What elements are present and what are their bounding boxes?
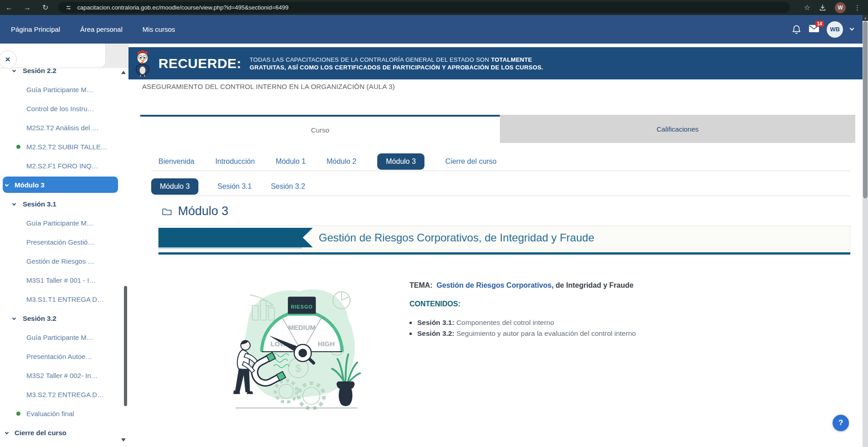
reminder-line1-bold: TOTALMENTE: [491, 56, 532, 63]
user-menu-chevron-icon[interactable]: [850, 26, 854, 31]
tema-label: TEMA:: [409, 281, 433, 289]
tab-modulo-2[interactable]: Módulo 2: [326, 157, 356, 166]
sidebar-item[interactable]: M3.S2.T2 ENTREGA D…: [0, 385, 121, 404]
help-button[interactable]: ?: [833, 415, 849, 431]
sidebar-item[interactable]: Guía Participante M…: [0, 80, 121, 99]
sidebar-item[interactable]: M2.S2.T2 SUBIR TALLE…: [0, 137, 121, 156]
tab-modulo-1[interactable]: Módulo 1: [276, 157, 306, 166]
subtab-modulo-3-active[interactable]: Módulo 3: [151, 178, 198, 195]
page-scrollbar-thumb[interactable]: [863, 21, 868, 198]
sidebar-item[interactable]: Evaluación final: [0, 404, 121, 423]
reminder-lead: RECUERDE:: [158, 56, 242, 71]
messages-button[interactable]: 14: [809, 25, 819, 34]
nav-area-personal[interactable]: Área personal: [80, 25, 122, 33]
banner-rule: [158, 252, 850, 255]
sidebar-item[interactable]: M2.S2.F1 FORO INQ…: [0, 156, 121, 175]
bullet-sesion-3-2: Sesión 3.2: Seguimiento y autor para la …: [409, 329, 636, 338]
reminder-line2: GRATUITAS, ASÍ COMO LOS CERTIFICADOS DE …: [250, 64, 543, 71]
sidebar-scroll-up-icon[interactable]: [121, 71, 126, 74]
completion-dot-icon: [16, 145, 20, 149]
module-banner: Gestión de Riesgos Corporativos, de Inte…: [158, 226, 850, 250]
subtab-sesion-3-1[interactable]: Sesión 3.1: [217, 182, 252, 191]
sidebar-item[interactable]: Guía Participante M…: [0, 328, 121, 347]
tema-link[interactable]: Gestión de Riesgos Corporativos: [437, 281, 552, 289]
reload-icon[interactable]: ↻: [36, 3, 54, 12]
banner-ribbon: [158, 228, 313, 247]
plant-vase: [336, 381, 355, 406]
reminder-line1: TODAS LAS CAPACITACIONES DE LA CONTRALOR…: [250, 56, 491, 63]
subtab-sesion-3-2[interactable]: Sesión 3.2: [271, 182, 305, 191]
download-icon[interactable]: [819, 4, 827, 12]
module-heading-text: Módulo 3: [178, 204, 228, 218]
course-index-sidebar: Sesión 2.2 Guía Participante M… Control …: [0, 44, 128, 447]
browser-toolbar: ← → ↻ capacitacion.contraloria.gob.ec/mo…: [0, 0, 868, 15]
course-title: ASEGURAMIENTO DEL CONTROL INTERNO EN LA …: [142, 83, 395, 90]
section-tabs: Bienvenida Introducción Módulo 1 Módulo …: [151, 152, 850, 171]
url-text: capacitacion.contraloria.gob.ec/moodle/c…: [77, 4, 288, 11]
reminder-banner: RECUERDE: TODAS LAS CAPACITACIONES DE LA…: [128, 47, 863, 79]
bullet-square-icon: [409, 333, 412, 335]
sidebar-item[interactable]: M3S1 Taller # 001 - I…: [0, 270, 121, 290]
svg-text:RIESGO: RIESGO: [291, 304, 313, 309]
bullet-sesion-3-1: Sesión 3.1: Componentes del cotrol inter…: [409, 319, 554, 327]
chevron-down-icon: [5, 431, 9, 434]
folder-icon: [162, 207, 172, 216]
nav-mis-cursos[interactable]: Mis cursos: [143, 25, 175, 33]
sidebar-item[interactable]: Presentación Autoe…: [0, 347, 121, 366]
sidebar-scroll-down-icon[interactable]: [121, 438, 126, 442]
sidebar-item[interactable]: M3S2 Taller # 002- In…: [0, 366, 121, 385]
sidebar-section-modulo-3[interactable]: Módulo 3: [0, 175, 121, 194]
browser-window: ← → ↻ capacitacion.contraloria.gob.ec/mo…: [0, 0, 868, 447]
tab-cierre-del-curso[interactable]: Cierre del curso: [445, 157, 497, 166]
sidebar-item[interactable]: M2S2.T2 Análisis del …: [0, 118, 121, 137]
user-avatar[interactable]: WB: [827, 21, 843, 38]
site-navbar: Página Principal Área personal Mis curso…: [0, 15, 863, 44]
bookmark-star-icon[interactable]: ☆: [804, 3, 810, 12]
site-nav-links: Página Principal Área personal Mis curso…: [0, 25, 175, 33]
contenidos-label: CONTENIDOS:: [409, 300, 460, 308]
browser-menu-icon[interactable]: ⋮: [854, 4, 861, 12]
sidebar-section-sesion-3-1[interactable]: Sesión 3.1: [0, 194, 121, 213]
course-index-list: Sesión 2.2 Guía Participante M… Control …: [0, 61, 121, 442]
banner-ribbon-shadow: [158, 247, 302, 249]
browser-actions: ☆ W ⋮: [804, 0, 861, 15]
help-question-icon: ?: [838, 418, 843, 427]
tab-calificaciones[interactable]: Calificaciones: [500, 115, 855, 143]
nav-pagina-principal[interactable]: Página Principal: [11, 25, 60, 33]
scrollbar-up-icon[interactable]: ▲: [863, 15, 868, 21]
tab-introduccion[interactable]: Introducción: [215, 157, 255, 166]
tab-bienvenida[interactable]: Bienvenida: [158, 157, 194, 166]
bullet-square-icon: [409, 322, 412, 324]
sidebar-section-sesion-3-2[interactable]: Sesión 3.2: [0, 309, 121, 328]
page-scrollbar: ▲: [863, 15, 868, 447]
sidebar-item[interactable]: Guía Participante M…: [0, 213, 121, 232]
subsection-tabs: Módulo 3 Sesión 3.1 Sesión 3.2: [151, 177, 850, 196]
sidebar-item[interactable]: Gestión de Riesgos …: [0, 251, 121, 270]
sidebar-section-cierre-del-curso[interactable]: Cierre del curso: [0, 423, 121, 442]
risk-gauge-illustration: $ $ LOW MEDIUM HIGH RIESGO: [227, 278, 363, 413]
address-bar[interactable]: capacitacion.contraloria.gob.ec/moodle/c…: [58, 2, 790, 13]
module-heading: Módulo 3: [162, 204, 228, 218]
close-icon: ×: [5, 54, 10, 64]
completion-dot-icon: [16, 412, 20, 416]
chevron-down-icon: [12, 202, 16, 206]
sidebar-item[interactable]: M3.S1.T1 ENTREGA D…: [0, 290, 121, 309]
back-icon[interactable]: ←: [0, 4, 18, 12]
tab-modulo-3-active[interactable]: Módulo 3: [377, 153, 424, 170]
forward-icon[interactable]: →: [18, 4, 36, 12]
mascot-icon: [132, 50, 152, 77]
tab-curso[interactable]: Curso: [140, 117, 500, 143]
svg-text:$: $: [296, 362, 301, 374]
sidebar-scrollbar-thumb[interactable]: [124, 286, 127, 406]
banner-title: Gestión de Riesgos Corporativos, de Inte…: [319, 226, 594, 250]
site-info-icon[interactable]: [64, 4, 73, 12]
tema-rest: , de Integridad y Fraude: [552, 281, 633, 289]
tema-line: TEMA: Gestión de Riesgos Corporativos, d…: [409, 281, 633, 290]
navbar-user-area: 14 WB: [792, 21, 853, 38]
notifications-bell-icon[interactable]: [792, 25, 801, 34]
sidebar-item[interactable]: Presentación Gestió…: [0, 232, 121, 251]
reminder-text: TODAS LAS CAPACITACIONES DE LA CONTRALOR…: [250, 56, 543, 71]
browser-profile-avatar[interactable]: W: [835, 2, 846, 13]
sidebar-item[interactable]: Control de los Instru…: [0, 99, 121, 118]
messages-count-badge: 14: [815, 21, 824, 27]
